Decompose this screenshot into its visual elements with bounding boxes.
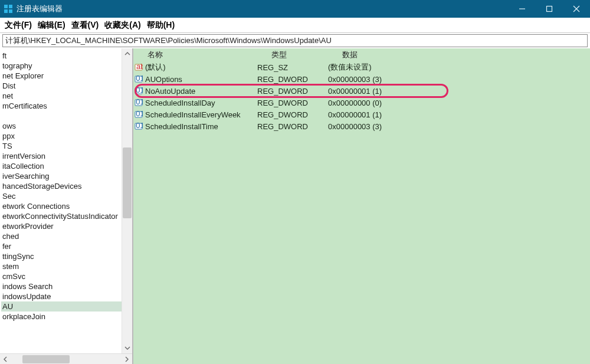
tree-item[interactable]: TS <box>1 141 122 151</box>
col-header-type[interactable]: 类型 <box>268 50 339 60</box>
svg-text:011: 011 <box>136 122 143 130</box>
window-title: 注册表编辑器 <box>17 4 509 14</box>
tree-item[interactable]: iverSearching <box>1 171 122 181</box>
tree-item[interactable]: ppx <box>1 131 122 141</box>
value-type: REG_DWORD <box>257 110 328 119</box>
value-name: ScheduledInstallDay <box>144 99 257 107</box>
svg-text:011: 011 <box>136 99 143 106</box>
value-row[interactable]: 011ScheduledInstallTimeREG_DWORD0x000000… <box>133 120 590 132</box>
tree-item[interactable]: etworkProvider <box>1 221 122 231</box>
tree-item[interactable]: irrentVersion <box>1 151 122 161</box>
tree-item[interactable] <box>1 111 122 121</box>
col-header-data[interactable]: 数据 <box>339 50 590 60</box>
minimize-button[interactable] <box>509 0 536 18</box>
value-data: 0x00000000 (0) <box>328 99 590 107</box>
tree-item[interactable]: itaCollection <box>1 161 122 171</box>
tree-item[interactable]: Dist <box>1 81 122 91</box>
value-name: ScheduledInstallTime <box>144 122 257 131</box>
dword-value-icon: 011 <box>133 75 144 83</box>
tree-vscrollbar[interactable] <box>122 48 132 353</box>
menu-view[interactable]: 查看(V) <box>71 20 99 31</box>
tree-hscrollbar[interactable] <box>0 353 132 364</box>
tree-item[interactable]: tography <box>1 61 122 71</box>
value-row[interactable]: 011NoAutoUpdateREG_DWORD0x00000001 (1) <box>133 85 590 97</box>
tree-item[interactable]: orkplaceJoin <box>1 311 122 322</box>
address-bar[interactable]: 计算机\HKEY_LOCAL_MACHINE\SOFTWARE\Policies… <box>2 34 588 47</box>
hscroll-track[interactable] <box>11 355 122 364</box>
tree-item[interactable]: stem <box>1 261 122 271</box>
menu-file[interactable]: 文件(F) <box>5 20 32 31</box>
value-name: (默认) <box>144 62 257 73</box>
svg-rect-0 <box>4 5 8 8</box>
svg-text:011: 011 <box>136 75 143 83</box>
value-type: REG_DWORD <box>257 87 328 96</box>
value-rows: ab(默认)REG_SZ(数值未设置)011AUOptionsREG_DWORD… <box>133 61 590 364</box>
tree-pane: fttographynet ExplorerDistnetmCertificat… <box>0 48 133 364</box>
svg-rect-1 <box>9 5 12 8</box>
value-row[interactable]: 011ScheduledInstallDayREG_DWORD0x0000000… <box>133 97 590 109</box>
tree-item[interactable]: hancedStorageDevices <box>1 181 122 191</box>
menu-help[interactable]: 帮助(H) <box>147 20 175 31</box>
value-row[interactable]: 011ScheduledInstallEveryWeekREG_DWORD0x0… <box>133 109 590 120</box>
title-bar: 注册表编辑器 <box>0 0 590 18</box>
tree-item[interactable]: etworkConnectivityStatusIndicator <box>1 211 122 221</box>
dword-value-icon: 011 <box>133 122 144 130</box>
dword-value-icon: 011 <box>133 87 144 95</box>
vscroll-thumb[interactable] <box>123 147 132 218</box>
value-type: REG_SZ <box>257 63 328 72</box>
scroll-right-icon[interactable] <box>122 354 132 365</box>
tree-list[interactable]: fttographynet ExplorerDistnetmCertificat… <box>0 48 122 353</box>
vscroll-track[interactable] <box>122 59 132 343</box>
tree-item[interactable]: mCertificates <box>1 101 122 111</box>
column-headers: 名称 类型 数据 <box>133 48 590 61</box>
value-type: REG_DWORD <box>257 99 328 107</box>
string-value-icon: ab <box>133 63 144 71</box>
app-icon <box>4 4 13 14</box>
scroll-up-icon[interactable] <box>122 48 132 59</box>
value-row[interactable]: 011AUOptionsREG_DWORD0x00000003 (3) <box>133 73 590 85</box>
maximize-button[interactable] <box>536 0 563 18</box>
tree-item[interactable]: indows Search <box>1 281 122 291</box>
tree-item[interactable]: etwork Connections <box>1 201 122 211</box>
menu-favorites[interactable]: 收藏夹(A) <box>104 20 140 31</box>
main-split: fttographynet ExplorerDistnetmCertificat… <box>0 48 590 364</box>
tree-item[interactable]: indowsUpdate <box>1 291 122 301</box>
value-pane: 名称 类型 数据 ab(默认)REG_SZ(数值未设置)011AUOptions… <box>133 48 590 364</box>
close-button[interactable] <box>563 0 590 18</box>
svg-rect-5 <box>547 6 552 12</box>
tree-item[interactable]: net <box>1 91 122 101</box>
svg-text:011: 011 <box>136 87 143 94</box>
tree-item[interactable]: ows <box>1 121 122 131</box>
tree-item[interactable]: cmSvc <box>1 271 122 281</box>
value-name: NoAutoUpdate <box>144 87 257 96</box>
value-type: REG_DWORD <box>257 75 328 84</box>
hscroll-thumb[interactable] <box>22 355 70 363</box>
value-data: (数值未设置) <box>328 62 590 73</box>
tree-item[interactable]: ft <box>1 51 122 61</box>
value-data: 0x00000003 (3) <box>328 75 590 84</box>
svg-rect-2 <box>4 9 8 13</box>
value-type: REG_DWORD <box>257 122 328 131</box>
menu-edit[interactable]: 编辑(E) <box>38 20 65 31</box>
value-data: 0x00000001 (1) <box>328 110 590 119</box>
value-name: AUOptions <box>144 75 257 84</box>
tree-item[interactable]: ched <box>1 231 122 241</box>
dword-value-icon: 011 <box>133 99 144 107</box>
svg-text:ab: ab <box>136 63 143 71</box>
menu-bar: 文件(F) 编辑(E) 查看(V) 收藏夹(A) 帮助(H) <box>0 18 590 33</box>
tree-item[interactable]: AU <box>1 301 122 311</box>
value-name: ScheduledInstallEveryWeek <box>144 110 257 119</box>
tree-item[interactable]: fer <box>1 241 122 251</box>
value-data: 0x00000003 (3) <box>328 122 590 131</box>
svg-rect-3 <box>9 9 12 13</box>
svg-text:011: 011 <box>136 110 143 118</box>
tree-item[interactable]: net Explorer <box>1 71 122 81</box>
value-row[interactable]: ab(默认)REG_SZ(数值未设置) <box>133 61 590 73</box>
scroll-down-icon[interactable] <box>122 343 132 353</box>
tree-item[interactable]: Sec <box>1 191 122 201</box>
scroll-left-icon[interactable] <box>0 354 11 365</box>
col-header-name[interactable]: 名称 <box>144 50 268 60</box>
window-controls <box>509 0 590 18</box>
tree-item[interactable]: ttingSync <box>1 251 122 261</box>
address-text: 计算机\HKEY_LOCAL_MACHINE\SOFTWARE\Policies… <box>5 35 332 46</box>
